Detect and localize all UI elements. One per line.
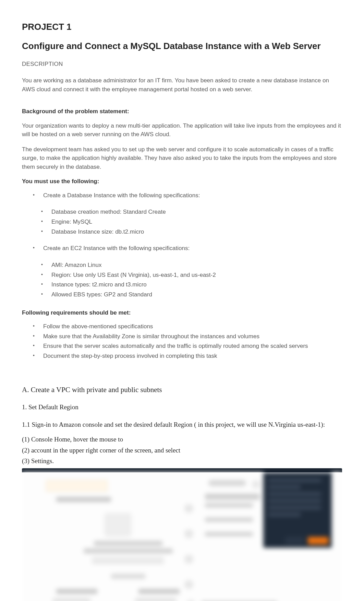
db-spec-item: Engine: MySQL bbox=[41, 218, 342, 226]
description-label: DESCRIPTION bbox=[22, 60, 342, 69]
db-spec-heading: Create a Database Instance with the foll… bbox=[33, 191, 342, 200]
section-a-heading: A. Create a VPC with private and public … bbox=[22, 385, 342, 395]
ec2-spec-item: AMI: Amazon Linux bbox=[41, 261, 342, 270]
must-use-heading: You must use the following: bbox=[22, 177, 342, 186]
step-1-1: 1.1 Sign-in to Amazon console and set th… bbox=[22, 420, 342, 429]
db-spec-item: Database creation method: Standard Creat… bbox=[41, 208, 342, 216]
background-heading: Background of the problem statement: bbox=[22, 107, 342, 116]
step-1-heading: 1. Set Default Region bbox=[22, 402, 342, 412]
req-item: Ensure that the server scales automatica… bbox=[33, 342, 342, 351]
background-p1: Your organization wants to deploy a new … bbox=[22, 121, 342, 139]
ec2-spec-heading: Create an EC2 Instance with the followin… bbox=[33, 244, 342, 253]
ec2-spec-item: Region: Use only US East (N Virginia), u… bbox=[41, 271, 342, 280]
project-label: PROJECT 1 bbox=[22, 21, 342, 34]
page-title: Configure and Connect a MySQL Database I… bbox=[22, 40, 342, 53]
req-item: Follow the above-mentioned specification… bbox=[33, 322, 342, 331]
step-1-1-c: (3) Settings. bbox=[22, 456, 342, 466]
intro-paragraph: You are working as a database administra… bbox=[22, 76, 342, 94]
ec2-spec-item: Allowed EBS types: GP2 and Standard bbox=[41, 291, 342, 299]
blurred-screenshot bbox=[22, 468, 342, 601]
req-item: Document the step-by-step process involv… bbox=[33, 352, 342, 361]
db-spec-item: Database Instance size: db.t2.micro bbox=[41, 228, 342, 236]
ec2-spec-item: Instance types: t2.micro and t3.micro bbox=[41, 281, 342, 289]
step-1-1-a: (1) Console Home, hover the mouse to bbox=[22, 434, 342, 444]
step-1-1-b: (2) account in the upper right corner of… bbox=[22, 445, 342, 455]
req-item: Make sure that the Availability Zone is … bbox=[33, 332, 342, 341]
background-p2: The development team has asked you to se… bbox=[22, 145, 342, 172]
reqs-heading: Following requirements should be met: bbox=[22, 309, 342, 317]
